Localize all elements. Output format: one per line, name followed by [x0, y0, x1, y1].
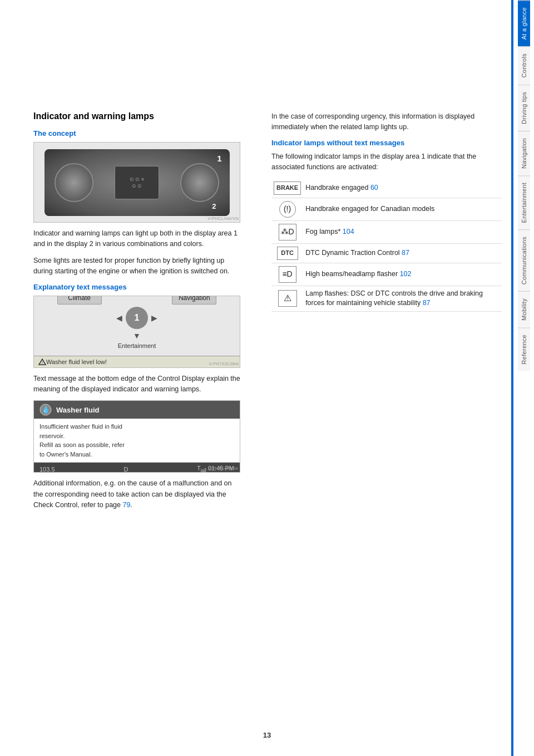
lamp-page-ref-5[interactable]: 87: [423, 299, 431, 307]
page-number: 13: [263, 731, 271, 739]
photo-credit: V-PHCLHAVVN: [207, 216, 239, 221]
dash-center-display: ⊙ ⊙ ≡ ⊙ ⊙: [115, 166, 159, 199]
lamp-icon-square-2: ⁂D: [279, 224, 296, 240]
washer-title: Washer fluid: [56, 406, 100, 414]
sidebar: At a glanceControlsDriving tipsNavigatio…: [513, 0, 534, 756]
lamp-icon-triangle-5: ⚠: [278, 290, 297, 307]
arrow-right: ▶: [151, 313, 157, 322]
washer-mileage: 103.5: [39, 466, 55, 473]
ctrl-grid: Climate Navigation ◀ 1 ▶ ▼ Entertainment: [34, 296, 240, 356]
lamp-row-0: BRAKEHandbrake engaged 60: [271, 179, 502, 198]
ctrl-center-row: ◀ 1 ▶: [116, 307, 157, 329]
label-2: 2: [212, 202, 216, 210]
lamp-desc-4: High beams/headlamp flasher 102: [303, 263, 502, 286]
explanatory-heading: Explanatory text messages: [33, 283, 240, 291]
photo-credit-3: V-PH4C4M4BK: [208, 466, 239, 471]
sidebar-tab-mobility[interactable]: Mobility: [518, 291, 530, 327]
warning-text: Washer fluid level low!: [46, 359, 107, 365]
lamp-icon-4: ≡D: [271, 263, 303, 286]
page-ref-link[interactable]: 79: [123, 501, 131, 509]
lamp-row-1: (!)Handbrake engaged for Canadian models: [271, 198, 502, 220]
washer-fluid-image: 💧 Washer fluid Insufficient washer fluid…: [33, 400, 240, 473]
control-display-image: Climate Navigation ◀ 1 ▶ ▼ Entertainment: [33, 296, 240, 368]
lamp-icon-0: BRAKE: [271, 179, 303, 198]
lamp-icon-5: ⚠: [271, 286, 303, 311]
right-intro: In the case of corresponding urgency, th…: [271, 111, 502, 133]
left-column: Indicator and warning lamps The concept …: [0, 0, 256, 756]
lamp-desc-5: Lamp flashes: DSC or DTC controls the dr…: [303, 286, 502, 311]
concept-para1: Indicator and warning lamps can light up…: [33, 228, 240, 250]
indicator-lamps-desc: The following indicator lamps in the dis…: [271, 151, 502, 173]
sidebar-tab-at-a-glance[interactable]: At a glance: [518, 0, 530, 46]
arrow-down: ▼: [133, 331, 141, 340]
lamp-icon-box-0: BRAKE: [274, 181, 301, 195]
ctrl-top-row: Climate Navigation: [39, 296, 234, 305]
lamp-desc-1: Handbrake engaged for Canadian models: [303, 198, 502, 220]
concept-para2: Some lights are tested for proper functi…: [33, 256, 240, 277]
explanatory-para: Text message at the bottom edge of the C…: [33, 374, 240, 395]
washer-header: 💧 Washer fluid: [34, 401, 240, 419]
svg-text:💧: 💧: [42, 405, 50, 414]
ctrl-navigation: Navigation: [172, 296, 216, 305]
lamp-icon-circle-1: (!): [279, 201, 296, 218]
ctrl-climate: Climate: [57, 296, 102, 305]
right-column: In the case of corresponding urgency, th…: [256, 0, 513, 756]
gauge-left: [55, 163, 93, 202]
washer-body: Insufficient washer fluid in fluid reser…: [34, 419, 240, 463]
svg-text:!: !: [42, 361, 43, 365]
additional-info-para: Additional information, e.g. on the caus…: [33, 478, 240, 510]
concept-heading: The concept: [33, 129, 240, 138]
photo-credit-2: V-PH7S2C3BA: [209, 361, 239, 366]
ctrl-center-btn: 1: [126, 307, 148, 329]
indicator-lamps-heading: Indicator lamps without text messages: [271, 139, 502, 147]
lamp-desc-2: Fog lamps* 104: [303, 220, 502, 243]
lamp-page-ref-4[interactable]: 102: [400, 270, 412, 278]
washer-icon-d: D: [124, 466, 128, 473]
lamp-page-ref-3[interactable]: 87: [402, 249, 409, 257]
warning-triangle-icon: !: [38, 359, 46, 365]
dashboard-graphic: ⊙ ⊙ ≡ ⊙ ⊙ 1 2: [44, 149, 230, 216]
sidebar-tab-driving-tips[interactable]: Driving tips: [518, 85, 530, 131]
lamp-row-4: ≡DHigh beams/headlamp flasher 102: [271, 263, 502, 286]
lamp-page-ref-2[interactable]: 104: [343, 228, 354, 235]
lamp-desc-3: DTC Dynamic Traction Control 87: [303, 243, 502, 263]
sidebar-tab-entertainment[interactable]: Entertainment: [518, 175, 530, 229]
gauge-right: [180, 163, 219, 202]
lamp-row-3: DTCDTC Dynamic Traction Control 87: [271, 243, 502, 263]
sidebar-tab-reference[interactable]: Reference: [518, 327, 530, 371]
lamp-icon-box-3: DTC: [277, 247, 298, 260]
sidebar-tab-controls[interactable]: Controls: [518, 46, 530, 84]
lamp-icon-square-4: ≡D: [279, 266, 296, 283]
label-1: 1: [217, 154, 221, 163]
page-divider: [511, 0, 513, 756]
washer-icon: 💧: [39, 404, 52, 416]
lamp-desc-0: Handbrake engaged 60: [303, 179, 502, 198]
lamp-icon-1: (!): [271, 198, 303, 220]
lamp-table: BRAKEHandbrake engaged 60(!)Handbrake en…: [271, 179, 502, 312]
ctrl-entertainment: Entertainment: [118, 342, 156, 349]
lamp-page-ref-0[interactable]: 60: [370, 184, 378, 192]
lamp-row-5: ⚠Lamp flashes: DSC or DTC controls the d…: [271, 286, 502, 311]
arrow-left: ◀: [116, 313, 122, 322]
sidebar-tab-communications[interactable]: Communications: [518, 229, 530, 291]
sidebar-tab-navigation[interactable]: Navigation: [518, 131, 530, 175]
lamp-icon-2: ⁂D: [271, 220, 303, 243]
section-title: Indicator and warning lamps: [33, 111, 240, 121]
lamp-icon-3: DTC: [271, 243, 303, 263]
dashboard-image: ⊙ ⊙ ≡ ⊙ ⊙ 1 2 V-PHCLHAVVN: [33, 142, 240, 223]
lamp-row-2: ⁂DFog lamps* 104: [271, 220, 502, 243]
